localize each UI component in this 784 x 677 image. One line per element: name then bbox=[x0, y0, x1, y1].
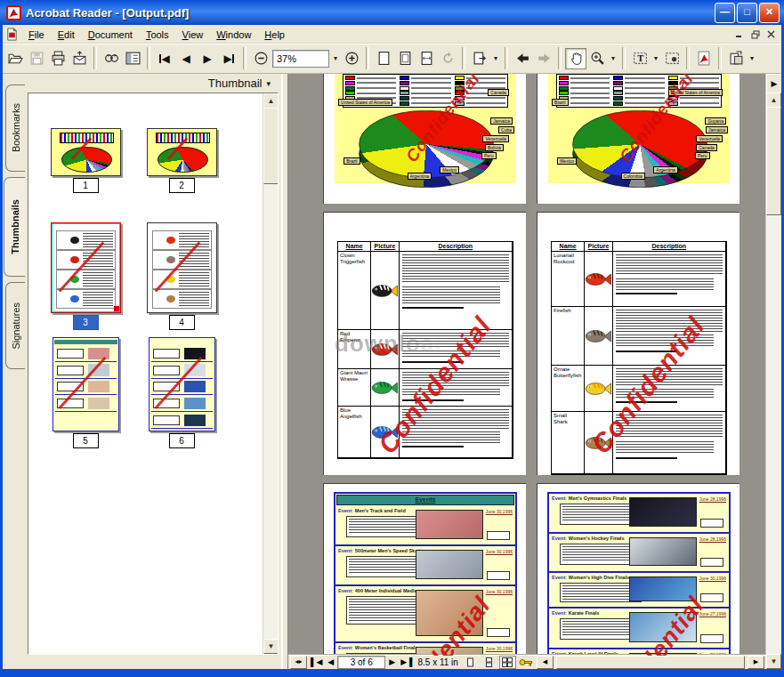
first-page-button[interactable]: ◀ bbox=[154, 48, 175, 69]
status-next-page-button[interactable]: ▶ bbox=[387, 657, 397, 668]
mini-photo bbox=[184, 398, 205, 409]
acrobat-online-button[interactable] bbox=[693, 48, 715, 69]
save-button[interactable] bbox=[26, 48, 47, 69]
convert-pdf-dropdown[interactable]: ▾ bbox=[747, 49, 757, 69]
zoom-level-dropdown[interactable]: ▾ bbox=[330, 49, 341, 69]
event-date-link[interactable]: June 30,1996 bbox=[486, 589, 513, 594]
goto-view-button[interactable] bbox=[469, 48, 490, 69]
zoom-out-button[interactable] bbox=[250, 48, 271, 69]
panel-splitter[interactable] bbox=[282, 74, 288, 669]
email-button[interactable] bbox=[69, 48, 90, 69]
menu-tools[interactable]: Tools bbox=[140, 28, 176, 42]
find-button[interactable] bbox=[101, 48, 122, 69]
zoom-in-button[interactable] bbox=[341, 48, 362, 69]
single-page-layout-button[interactable] bbox=[462, 656, 479, 669]
chart-area: Countries by PopulationUnited States of … bbox=[548, 74, 730, 183]
thumbnail-number-2[interactable]: 2 bbox=[169, 178, 195, 193]
event-date-link[interactable]: June 30,1996 bbox=[486, 549, 513, 554]
thumbnails-scrollbar[interactable]: ▲ ▼ bbox=[263, 93, 278, 654]
toolbar-overflow-button[interactable]: ▶ bbox=[766, 74, 781, 93]
horizontal-scrollbar[interactable] bbox=[556, 656, 745, 669]
rotate-view-button[interactable] bbox=[437, 48, 458, 69]
menu-document[interactable]: Document bbox=[82, 28, 140, 42]
thumbnail-number-4[interactable]: 4 bbox=[169, 315, 195, 330]
sidebar-tab-bookmarks[interactable]: Bookmarks bbox=[5, 85, 25, 172]
status-first-page-button[interactable]: ▌◀ bbox=[309, 657, 324, 668]
scroll-up-arrow[interactable]: ▲ bbox=[766, 93, 781, 108]
scroll-up-arrow[interactable]: ▲ bbox=[263, 93, 279, 109]
thumbnail-page-3[interactable] bbox=[51, 222, 121, 313]
thumbnail-number-6[interactable]: 6 bbox=[169, 433, 195, 448]
hscroll-right-arrow[interactable]: ▶ bbox=[748, 656, 764, 669]
print-button[interactable] bbox=[47, 48, 69, 69]
hscroll-left-arrow[interactable]: ◀ bbox=[537, 656, 554, 669]
event-date-link[interactable]: June 28,1996 bbox=[699, 496, 726, 502]
close-button[interactable]: ✕ bbox=[759, 3, 780, 23]
event-date-link[interactable]: June 30,1996 bbox=[699, 576, 726, 581]
mini-fish bbox=[70, 256, 78, 263]
thumbnail-number-1[interactable]: 1 bbox=[73, 178, 99, 193]
continuous-facing-layout-button[interactable] bbox=[499, 656, 516, 669]
page-indicator[interactable]: 3 of 6 bbox=[337, 656, 385, 669]
maximize-button[interactable]: □ bbox=[737, 3, 757, 23]
text-select-tool-dropdown[interactable]: ▾ bbox=[651, 49, 661, 69]
thumbnails-panel-header[interactable]: Thumbnail ▾ bbox=[25, 74, 281, 93]
previous-page-button[interactable]: ◀ bbox=[175, 48, 197, 69]
mini-desc-box bbox=[57, 349, 85, 359]
paragraph-lines bbox=[402, 286, 501, 303]
sidebar-tab-label: Thumbnails bbox=[10, 197, 20, 256]
scrollbar-thumb[interactable] bbox=[263, 108, 279, 184]
event-date-link[interactable]: June 30,1996 bbox=[486, 509, 513, 514]
thumbnail-page-5[interactable] bbox=[53, 337, 119, 431]
goto-view-dropdown[interactable]: ▾ bbox=[490, 49, 501, 69]
zoom-tool-dropdown[interactable]: ▾ bbox=[608, 49, 618, 69]
text-select-tool-button[interactable]: T bbox=[629, 48, 651, 69]
convert-pdf-button[interactable] bbox=[725, 48, 747, 69]
graphics-select-tool-button[interactable] bbox=[661, 48, 683, 69]
go-back-button[interactable] bbox=[512, 48, 533, 69]
event-date-link[interactable]: June 30,1996 bbox=[486, 646, 513, 651]
thumbnail-number-3[interactable]: 3 bbox=[73, 315, 99, 330]
fish-name-cell: Ornate Butterflyfish bbox=[551, 365, 585, 412]
continuous-layout-button[interactable] bbox=[481, 656, 497, 669]
thumbnail-number-5[interactable]: 5 bbox=[73, 433, 99, 448]
zoom-level-input[interactable]: 37% bbox=[272, 50, 329, 68]
thumbnail-page-1[interactable] bbox=[51, 128, 121, 176]
document-minimize-button[interactable] bbox=[731, 28, 747, 41]
event-label: Event: bbox=[552, 536, 567, 541]
scroll-down-arrow[interactable]: ▼ bbox=[766, 654, 781, 669]
zoom-tool-button[interactable] bbox=[586, 48, 608, 69]
document-restore-button[interactable] bbox=[748, 28, 763, 41]
scroll-down-arrow[interactable]: ▼ bbox=[263, 639, 279, 654]
sidebar-tab-thumbnails[interactable]: Thumbnails bbox=[4, 177, 25, 277]
minimize-button[interactable]: — bbox=[715, 3, 735, 23]
menu-edit[interactable]: Edit bbox=[52, 28, 82, 42]
menu-window[interactable]: Window bbox=[210, 28, 258, 42]
fit-width-button[interactable] bbox=[416, 48, 437, 69]
hand-tool-button[interactable] bbox=[565, 48, 586, 69]
last-page-button[interactable]: ▶ bbox=[218, 48, 239, 69]
document-close-button[interactable] bbox=[764, 28, 779, 41]
go-forward-button[interactable] bbox=[533, 48, 554, 69]
pie-label-s4: Bolivia bbox=[485, 144, 504, 151]
open-button[interactable] bbox=[4, 48, 26, 69]
menu-help[interactable]: Help bbox=[258, 28, 292, 42]
event-date-link[interactable]: June 28,1996 bbox=[699, 536, 726, 542]
navigation-pane-toggle-button[interactable] bbox=[122, 48, 143, 69]
sidebar-tab-signatures[interactable]: Signatures bbox=[5, 282, 25, 369]
status-previous-page-button[interactable]: ◀ bbox=[326, 657, 335, 668]
thumbnail-page-2[interactable] bbox=[147, 128, 217, 176]
fit-in-window-button[interactable] bbox=[394, 48, 416, 69]
thumbnail-page-4[interactable] bbox=[147, 222, 217, 313]
vertical-scrollbar[interactable]: ▶ ▲ ▼ bbox=[765, 74, 781, 669]
pie-label-lb: Brazil bbox=[344, 157, 360, 165]
hide-toolbar-splitter-button[interactable]: ◂▸ bbox=[290, 656, 307, 669]
actual-size-button[interactable] bbox=[373, 48, 394, 69]
thumbnail-page-6[interactable] bbox=[149, 337, 215, 431]
status-last-page-button[interactable]: ▶▐ bbox=[399, 657, 414, 668]
paragraph-lines bbox=[562, 585, 639, 600]
menu-view[interactable]: View bbox=[176, 28, 211, 42]
next-page-button[interactable]: ▶ bbox=[197, 48, 218, 69]
scrollbar-thumb[interactable] bbox=[766, 107, 781, 215]
menu-file[interactable]: File bbox=[22, 28, 52, 42]
